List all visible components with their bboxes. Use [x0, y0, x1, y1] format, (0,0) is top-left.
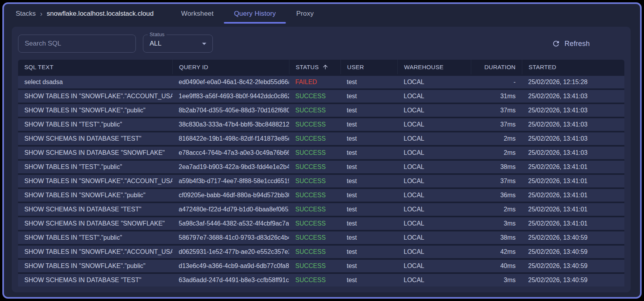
cell-query_id: 586797e7-3688-41c0-9793-d83d26c4b4ef — [172, 234, 289, 241]
column-header-warehouse[interactable]: WAREHOUSE — [397, 60, 471, 74]
cell-duration: 38ms — [471, 234, 522, 241]
cell-duration: 42ms — [471, 248, 522, 255]
cell-warehouse: LOCAL — [397, 79, 471, 86]
cell-user: test — [340, 149, 397, 156]
table-row: SHOW SCHEMAS IN DATABASE "SNOWFLAKE"5a98… — [18, 216, 624, 230]
status-filter-select[interactable]: Status ALL — [143, 35, 213, 53]
breadcrumb: Stacks › snowflake.localhost.localstack.… — [16, 4, 154, 24]
cell-duration: 2ms — [471, 206, 522, 213]
table-row: SHOW SCHEMAS IN DATABASE "SNOWFLAKE"e78a… — [18, 145, 624, 159]
cell-query_id: 63ad6add-247d-4491-b8e3-ccfb58ff91ce — [172, 277, 289, 284]
cell-warehouse: LOCAL — [397, 277, 471, 284]
cell-query_id: 5a98c3af-5446-4382-a532-4f4cbf9ac7a1 — [172, 220, 289, 227]
cell-query_id: 8168422e-19b1-498c-82df-f141873e85df — [172, 135, 289, 142]
column-header-duration[interactable]: DURATION — [471, 60, 522, 74]
cell-started: 25/02/2026, 13:41:03 — [522, 93, 620, 100]
cell-status: SUCCESS — [289, 93, 340, 100]
cell-started: 25/02/2026, 13:41:03 — [522, 149, 620, 156]
refresh-button-label: Refresh — [565, 40, 590, 48]
cell-sql: SHOW TABLES IN "SNOWFLAKE"."ACCOUNT_USAG… — [18, 248, 172, 255]
sort-ascending-icon — [322, 64, 329, 70]
column-header-started[interactable]: STARTED — [522, 60, 620, 74]
chevron-down-icon — [199, 39, 209, 49]
cell-duration: 3ms — [471, 277, 522, 284]
cell-user: test — [340, 192, 397, 199]
column-header-query_id[interactable]: QUERY ID — [172, 60, 289, 74]
cell-started: 25/02/2026, 13:40:59 — [522, 277, 620, 284]
cell-warehouse: LOCAL — [397, 248, 471, 255]
cell-user: test — [340, 248, 397, 255]
cell-user: test — [340, 93, 397, 100]
cell-sql: SHOW SCHEMAS IN DATABASE "TEST" — [18, 135, 172, 142]
refresh-button[interactable]: Refresh — [552, 39, 590, 48]
table-row: SHOW TABLES IN "TEST"."public"586797e7-3… — [18, 230, 624, 244]
search-input[interactable] — [18, 35, 136, 53]
cell-duration: 37ms — [471, 178, 522, 185]
cell-user: test — [340, 135, 397, 142]
cell-status: SUCCESS — [289, 262, 340, 270]
column-header-user[interactable]: USER — [340, 60, 397, 74]
table-row: SHOW SCHEMAS IN DATABASE "TEST"a472480e-… — [18, 202, 624, 216]
cell-sql: SHOW TABLES IN "SNOWFLAKE"."ACCOUNT_USAG… — [18, 93, 172, 100]
cell-query_id: 1ee9ff83-a56f-4693-8b0f-9442ddc0c862 — [172, 93, 289, 100]
column-header-status[interactable]: STATUS — [289, 60, 340, 74]
cell-duration: 3ms — [471, 220, 522, 227]
cell-warehouse: LOCAL — [397, 121, 471, 128]
cell-query_id: a472480e-f22d-4d79-b1d0-6baa8ef0651c — [172, 206, 289, 213]
cell-duration: - — [471, 79, 522, 86]
cell-user: test — [340, 79, 397, 86]
cell-query_id: cf09205e-babb-46df-880a-b94d572bb305 — [172, 192, 289, 199]
cell-status: SUCCESS — [289, 121, 340, 128]
breadcrumb-stacks-link[interactable]: Stacks — [16, 10, 36, 18]
cell-query_id: ed0490ef-e0a0-46a1-8c42-2febd55d66af — [172, 79, 289, 86]
cell-sql: SHOW TABLES IN "SNOWFLAKE"."public" — [18, 192, 172, 199]
column-header-label: WAREHOUSE — [404, 64, 444, 70]
cell-sql: select dsadsa — [18, 79, 172, 86]
cell-status: FAILED — [289, 79, 340, 86]
cell-started: 25/02/2026, 13:40:59 — [522, 262, 620, 270]
cell-started: 25/02/2026, 13:41:01 — [522, 178, 620, 185]
cell-user: test — [340, 206, 397, 213]
cell-sql: SHOW TABLES IN "SNOWFLAKE"."public" — [18, 262, 172, 270]
cell-duration: 38ms — [471, 163, 522, 171]
table-row: SHOW SCHEMAS IN DATABASE "TEST"8168422e-… — [18, 131, 624, 145]
tab-proxy[interactable]: Proxy — [286, 4, 324, 24]
cell-started: 25/02/2026, 13:41:03 — [522, 121, 620, 128]
table-row: SHOW TABLES IN "TEST"."public"38c830a3-3… — [18, 117, 624, 131]
table-body: select dsadsaed0490ef-e0a0-46a1-8c42-2fe… — [18, 74, 624, 286]
column-header-label: STARTED — [529, 64, 556, 70]
cell-status: SUCCESS — [289, 277, 340, 284]
cell-status: SUCCESS — [289, 220, 340, 227]
column-header-sql[interactable]: SQL TEXT — [18, 60, 172, 74]
cell-user: test — [340, 234, 397, 241]
cell-status: SUCCESS — [289, 234, 340, 241]
breadcrumb-separator: › — [40, 10, 42, 18]
column-header-label: DURATION — [484, 64, 516, 70]
cell-sql: SHOW SCHEMAS IN DATABASE "TEST" — [18, 206, 172, 213]
cell-status: SUCCESS — [289, 149, 340, 156]
cell-status: SUCCESS — [289, 206, 340, 213]
cell-query_id: 2ea7ad19-b903-422a-9bd3-fdd4e1e2b4d1 — [172, 163, 289, 171]
cell-started: 25/02/2026, 12:15:28 — [522, 79, 620, 86]
cell-warehouse: LOCAL — [397, 206, 471, 213]
table-row: SHOW SCHEMAS IN DATABASE "TEST"63ad6add-… — [18, 272, 624, 286]
query-history-table: SQL TEXTQUERY IDSTATUSUSERWAREHOUSEDURAT… — [18, 60, 624, 286]
cell-query_id: 38c830a3-333a-47b4-bbf6-3bc8488212da — [172, 121, 289, 128]
query-history-panel: Status ALL Refresh SQL TEXTQUERY IDSTATU… — [12, 27, 631, 292]
column-header-label: SQL TEXT — [24, 64, 53, 70]
cell-warehouse: LOCAL — [397, 93, 471, 100]
cell-user: test — [340, 178, 397, 185]
table-row: SHOW TABLES IN "SNOWFLAKE"."ACCOUNT_USAG… — [18, 173, 624, 187]
cell-warehouse: LOCAL — [397, 107, 471, 114]
tab-worksheet[interactable]: Worksheet — [171, 4, 224, 24]
cell-query_id: e78accc4-764b-47a3-a0e3-0c49a76b6692 — [172, 149, 289, 156]
tab-query-history[interactable]: Query History — [224, 4, 286, 24]
table-row: SHOW TABLES IN "SNOWFLAKE"."public"cf092… — [18, 187, 624, 202]
cell-duration: 37ms — [471, 121, 522, 128]
app-window: Stacks › snowflake.localhost.localstack.… — [2, 2, 642, 299]
cell-sql: SHOW SCHEMAS IN DATABASE "TEST" — [18, 277, 172, 284]
column-header-label: QUERY ID — [179, 64, 208, 70]
cell-duration: 31ms — [471, 93, 522, 100]
cell-status: SUCCESS — [289, 135, 340, 142]
table-header: SQL TEXTQUERY IDSTATUSUSERWAREHOUSEDURAT… — [18, 60, 624, 74]
